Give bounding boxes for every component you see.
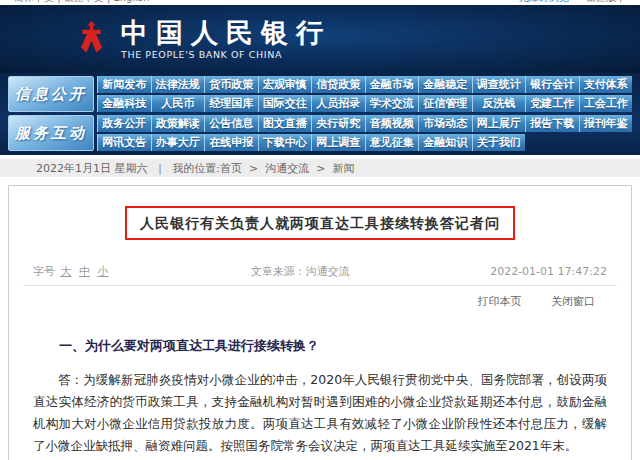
- nav-item[interactable]: 报刊年鉴: [579, 115, 633, 132]
- site-title-en: THE PEOPLE'S BANK OF CHINA: [121, 49, 331, 60]
- nav-label-service-interaction[interactable]: 服务互动: [8, 115, 94, 151]
- close-window-button[interactable]: 关闭窗口: [551, 295, 595, 308]
- breadcrumb-divider: ｜: [155, 161, 166, 176]
- font-size-medium-button[interactable]: 中: [79, 265, 90, 278]
- nav-item[interactable]: 学术交流: [365, 95, 419, 112]
- main-navigation: 信息公开 新闻发布法律法规货币政策宏观审慎信贷政策金融市场金融稳定调查统计银行会…: [0, 73, 640, 155]
- article-meta-row: 字号 大 中 小 文章来源：沟通交流 2022-01-01 17:47:22: [33, 264, 607, 279]
- breadcrumb-home-link[interactable]: 我的位置:首页: [172, 161, 242, 176]
- nav-label-information-disclosure[interactable]: 信息公开: [8, 76, 94, 112]
- nav-item[interactable]: 人员招录: [311, 95, 365, 112]
- answer-paragraph-1: 答：为缓解新冠肺炎疫情对小微企业的冲击，2020年人民银行贯彻党中央、国务院部署…: [33, 369, 607, 457]
- nav-item[interactable]: 金融科技: [97, 95, 151, 112]
- nav-item[interactable]: 公告信息: [204, 115, 258, 132]
- nav-section-services: 服务互动 政务公开政策解读公告信息图文直播央行研究音频视频市场动态网上展厅报告下…: [8, 115, 632, 151]
- nav-item[interactable]: 关于我们: [472, 134, 526, 151]
- top-bar-left-links[interactable]: 简体中文 | 繁體中文 | English: [14, 0, 150, 5]
- font-size-large-button[interactable]: 大: [61, 265, 72, 278]
- font-size-label: 字号: [33, 265, 55, 278]
- nav-item[interactable]: 反洗钱: [472, 95, 526, 112]
- nav-item[interactable]: 报告下载: [525, 115, 579, 132]
- article-source: 文章来源：沟通交流: [251, 264, 350, 279]
- pboc-emblem-icon: [76, 20, 107, 58]
- article-timestamp: 2022-01-01 17:47:22: [490, 265, 607, 278]
- font-size-control: 字号 大 中 小: [33, 264, 111, 279]
- print-page-button[interactable]: 打印本页: [478, 295, 522, 308]
- nav-item[interactable]: 央行研究: [311, 115, 365, 132]
- source-label: 文章来源：: [251, 265, 306, 278]
- nav-item[interactable]: 经理国库: [204, 95, 258, 112]
- nav-item[interactable]: 办事大厅: [151, 134, 205, 151]
- source-value: 沟通交流: [306, 265, 350, 278]
- meta-divider: [23, 285, 617, 286]
- breadcrumb: 2022年1月1日 星期六 ｜ 我的位置:首页 > 沟通交流 > 新闻: [0, 159, 640, 177]
- nav-row: 政务公开政策解读公告信息图文直播央行研究音频视频市场动态网上展厅报告下载报刊年鉴: [97, 115, 632, 132]
- nav-item[interactable]: 新闻发布: [97, 76, 151, 93]
- nav-item[interactable]: 信贷政策: [311, 76, 365, 93]
- site-header: 中国人民银行 THE PEOPLE'S BANK OF CHINA: [0, 5, 640, 73]
- nav-item[interactable]: 网上展厅: [472, 115, 526, 132]
- nav-item[interactable]: 市场动态: [418, 115, 472, 132]
- article-container: 人民银行有关负责人就两项直达工具接续转换答记者问 字号 大 中 小 文章来源：沟…: [8, 185, 632, 460]
- current-date: 2022年1月1日 星期六: [36, 161, 148, 176]
- nav-item[interactable]: 金融市场: [365, 76, 419, 93]
- nav-item[interactable]: 政务公开: [97, 115, 151, 132]
- nav-item[interactable]: 国际交往: [258, 95, 312, 112]
- nav-item[interactable]: 宏观审慎: [258, 76, 312, 93]
- nav-item[interactable]: 意见征集: [365, 134, 419, 151]
- nav-item[interactable]: 调查统计: [472, 76, 526, 93]
- article-body: 一、为什么要对两项直达工具进行接续转换？ 答：为缓解新冠肺炎疫情对小微企业的冲击…: [9, 309, 631, 460]
- article-title: 人民银行有关负责人就两项直达工具接续转换答记者问: [140, 215, 500, 231]
- nav-item[interactable]: 政策解读: [151, 115, 205, 132]
- site-title-cn: 中国人民银行: [121, 19, 331, 46]
- breadcrumb-item-news[interactable]: 新闻: [332, 161, 354, 176]
- nav-item[interactable]: 下载中心: [258, 134, 312, 151]
- nav-item[interactable]: 支付体系: [579, 76, 633, 93]
- traditional-version-link[interactable]: 繁體版本: [586, 0, 626, 3]
- nav-item[interactable]: 货币政策: [204, 76, 258, 93]
- nav-item[interactable]: 人民币: [151, 95, 205, 112]
- nav-row: 新闻发布法律法规货币政策宏观审慎信贷政策金融市场金融稳定调查统计银行会计支付体系: [97, 76, 632, 93]
- nav-row: 网讯文告办事大厅在线申报下载中心网上调查意见征集金融知识关于我们: [97, 134, 632, 151]
- nav-item[interactable]: 在线申报: [204, 134, 258, 151]
- nav-item[interactable]: 征信管理: [418, 95, 472, 112]
- highlight-annotation-box: 人民银行有关负责人就两项直达工具接续转换答记者问: [125, 206, 515, 240]
- nav-item[interactable]: 党建工作: [525, 95, 579, 112]
- pboc-logo[interactable]: 中国人民银行 THE PEOPLE'S BANK OF CHINA: [76, 19, 331, 60]
- nav-item[interactable]: 图文直播: [258, 115, 312, 132]
- nav-item[interactable]: 法律法规: [151, 76, 205, 93]
- question-heading-1: 一、为什么要对两项直达工具进行接续转换？: [33, 335, 607, 357]
- nav-item[interactable]: 金融知识: [418, 134, 472, 151]
- article-actions: 打印本页 关闭窗口: [9, 294, 631, 309]
- nav-item[interactable]: 网上调查: [311, 134, 365, 151]
- accessibility-link[interactable]: 无障碍浏览: [519, 0, 569, 3]
- nav-item[interactable]: 工会工作: [579, 95, 633, 112]
- nav-item[interactable]: 音频视频: [365, 115, 419, 132]
- breadcrumb-separator: >: [316, 162, 325, 175]
- nav-row: 金融科技人民币经理国库国际交往人员招录学术交流征信管理反洗钱党建工作工会工作: [97, 95, 632, 112]
- nav-section-information: 信息公开 新闻发布法律法规货币政策宏观审慎信贷政策金融市场金融稳定调查统计银行会…: [8, 76, 632, 112]
- nav-item[interactable]: 金融稳定: [418, 76, 472, 93]
- breadcrumb-item-communication[interactable]: 沟通交流: [265, 161, 309, 176]
- nav-item[interactable]: 银行会计: [525, 76, 579, 93]
- font-size-small-button[interactable]: 小: [98, 265, 109, 278]
- nav-item[interactable]: 网讯文告: [97, 134, 151, 151]
- breadcrumb-separator: >: [249, 162, 258, 175]
- top-utility-bar: 简体中文 | 繁體中文 | English 无障碍浏览 繁體版本: [0, 0, 640, 5]
